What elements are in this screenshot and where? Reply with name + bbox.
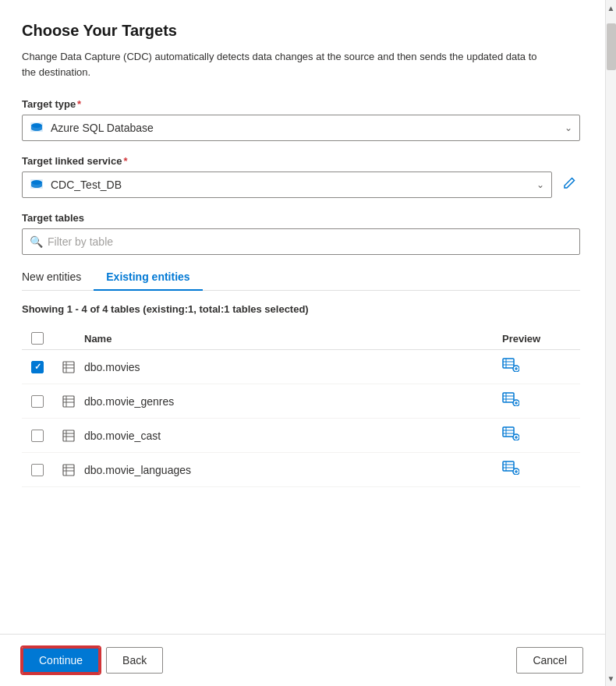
table-row: dbo.movies xyxy=(22,350,580,384)
row4-preview-icon[interactable] xyxy=(502,461,519,479)
tab-existing-entities[interactable]: Existing entities xyxy=(94,264,202,291)
row2-table-icon xyxy=(53,395,84,408)
row4-table-icon xyxy=(53,464,84,476)
page-title: Choose Your Targets xyxy=(22,22,580,40)
row4-checkbox[interactable] xyxy=(31,464,44,476)
row4-name: dbo.movie_languages xyxy=(84,464,502,476)
table-header: Name Preview xyxy=(22,327,580,350)
filter-input[interactable] xyxy=(22,228,580,255)
table-row: dbo.movie_genres xyxy=(22,384,580,419)
linked-service-dropdown-wrapper: CDC_Test_DB ⌄ xyxy=(22,172,552,198)
tabs-container: New entities Existing entities xyxy=(22,264,580,291)
required-star-2: * xyxy=(123,155,127,167)
row4-checkbox-cell xyxy=(22,464,53,476)
tab-new-entities[interactable]: New entities xyxy=(22,264,94,291)
edit-linked-service-button[interactable] xyxy=(558,172,580,198)
row2-preview-icon[interactable] xyxy=(502,392,519,410)
cancel-button[interactable]: Cancel xyxy=(516,647,583,674)
page-container: Choose Your Targets Change Data Capture … xyxy=(0,0,616,686)
linked-service-row: CDC_Test_DB ⌄ xyxy=(22,172,580,198)
row3-name: dbo.movie_cast xyxy=(84,430,502,442)
row3-checkbox-cell xyxy=(22,430,53,442)
row1-checkbox[interactable] xyxy=(31,361,44,373)
row1-name: dbo.movies xyxy=(84,361,502,373)
row3-table-icon xyxy=(53,430,84,442)
table-row: dbo.movie_cast xyxy=(22,419,580,453)
scrollbar: ▲ ▼ xyxy=(605,0,616,686)
row1-preview-cell xyxy=(502,358,580,376)
row3-checkbox[interactable] xyxy=(31,430,44,442)
scrollbar-up-button[interactable]: ▲ xyxy=(606,0,617,16)
footer: Continue Back Cancel xyxy=(0,634,605,686)
linked-service-select[interactable]: CDC_Test_DB xyxy=(22,172,552,198)
target-linked-service-section: Target linked service * CDC_Test_DB xyxy=(22,155,580,198)
target-type-select[interactable]: Azure SQL Database xyxy=(22,115,580,141)
svg-rect-15 xyxy=(63,396,74,407)
header-checkbox-cell xyxy=(22,332,53,345)
row1-preview-icon[interactable] xyxy=(502,358,519,376)
table-container: Name Preview dbo.movies xyxy=(22,327,580,487)
row2-preview-cell xyxy=(502,392,580,410)
svg-rect-26 xyxy=(63,430,74,441)
svg-rect-19 xyxy=(503,393,514,402)
target-tables-label: Target tables xyxy=(22,212,580,224)
row2-name: dbo.movie_genres xyxy=(84,395,502,408)
svg-rect-4 xyxy=(63,362,74,373)
continue-button[interactable]: Continue xyxy=(22,647,100,674)
main-content: Choose Your Targets Change Data Capture … xyxy=(0,0,605,634)
header-checkbox[interactable] xyxy=(31,332,44,345)
scrollbar-thumb[interactable] xyxy=(607,23,616,70)
row3-preview-icon[interactable] xyxy=(502,426,519,444)
table-row: dbo.movie_languages xyxy=(22,453,580,487)
svg-rect-8 xyxy=(503,359,514,368)
required-star: * xyxy=(77,98,81,110)
svg-rect-30 xyxy=(503,427,514,437)
target-type-label: Target type * xyxy=(22,98,580,110)
row2-checkbox[interactable] xyxy=(31,395,44,408)
row2-checkbox-cell xyxy=(22,395,53,408)
page-description: Change Data Capture (CDC) automatically … xyxy=(22,49,552,80)
row4-preview-cell xyxy=(502,461,580,479)
back-button[interactable]: Back xyxy=(106,647,163,674)
scrollbar-down-button[interactable]: ▼ xyxy=(606,670,617,686)
column-name-header: Name xyxy=(84,333,502,345)
row1-checkbox-cell xyxy=(22,361,53,373)
showing-text: Showing 1 - 4 of 4 tables (existing:1, t… xyxy=(22,303,580,315)
row1-table-icon xyxy=(53,361,84,373)
target-linked-service-label: Target linked service * xyxy=(22,155,580,167)
column-preview-header: Preview xyxy=(502,333,580,345)
row3-preview-cell xyxy=(502,426,580,444)
svg-rect-41 xyxy=(503,461,514,471)
target-type-section: Target type * Azure SQL Database ⌄ xyxy=(22,98,580,141)
svg-rect-37 xyxy=(63,465,74,476)
scrollbar-track xyxy=(606,16,617,670)
target-type-dropdown-wrapper: Azure SQL Database ⌄ xyxy=(22,115,580,141)
filter-input-container: 🔍 xyxy=(22,228,580,255)
